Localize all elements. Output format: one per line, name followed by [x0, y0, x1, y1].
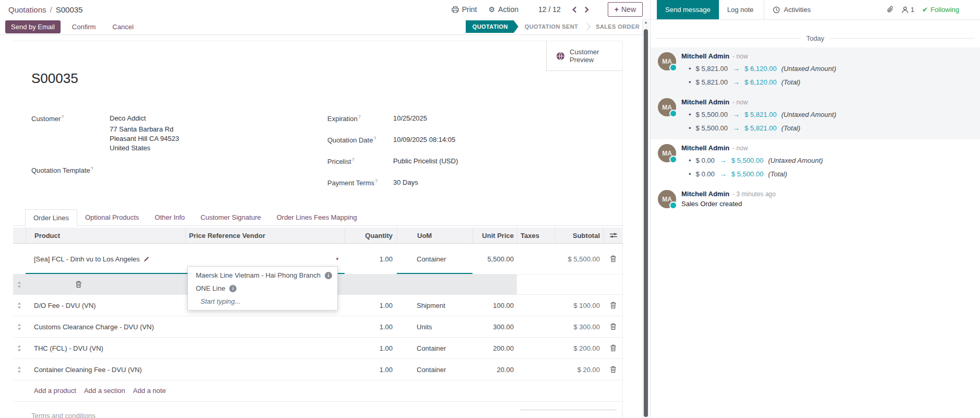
delete-row-button[interactable]: [603, 244, 623, 274]
info-icon[interactable]: i: [325, 272, 332, 279]
field-value[interactable]: 30 Days: [393, 178, 418, 186]
scroll-up-icon[interactable]: ▲: [643, 20, 649, 24]
delete-row-button[interactable]: [603, 359, 623, 380]
product-cell[interactable]: D/O Fee - DVU (VN): [26, 295, 185, 316]
main-scrollbar[interactable]: ▲: [642, 19, 649, 418]
new-value: $ 5,500.00: [731, 169, 763, 179]
followers-button[interactable]: 1: [902, 6, 914, 14]
uom-cell[interactable]: Container: [397, 359, 473, 380]
delete-row-button[interactable]: [75, 281, 82, 288]
pager-previous-button[interactable]: [572, 6, 577, 13]
dropdown-hint[interactable]: Start typing...: [188, 295, 337, 308]
status-step-quotation[interactable]: QUOTATION: [466, 20, 518, 33]
field-row: Pricelist?Public Pricelist (USD): [327, 157, 557, 178]
quantity-cell[interactable]: 1.00: [345, 244, 397, 274]
taxes-cell[interactable]: [517, 338, 554, 359]
send-message-button[interactable]: Send message: [657, 0, 719, 19]
customer-preview-button[interactable]: Customer Preview: [546, 41, 622, 71]
field-value[interactable]: 10/09/2025 08:14:05: [393, 136, 455, 144]
drag-handle[interactable]: [13, 295, 26, 316]
field-value[interactable]: 10/25/2025: [393, 114, 427, 122]
quantity-cell[interactable]: 1.00: [345, 359, 397, 380]
vendor-cell[interactable]: [185, 338, 345, 359]
tab-optional-products[interactable]: Optional Products: [77, 209, 147, 225]
delete-row-button[interactable]: [603, 316, 623, 337]
activities-label: Activities: [784, 6, 810, 14]
chatter-message: MAMitchell Admin- 3 minutes agoSales Ord…: [651, 185, 980, 214]
product-cell[interactable]: THC (FCL) - DVU (VN): [26, 338, 185, 359]
drag-handle[interactable]: [13, 316, 26, 337]
column-header-uom[interactable]: UoM: [397, 228, 473, 243]
message-author[interactable]: Mitchell Admin: [681, 190, 729, 198]
column-header-product[interactable]: Product: [26, 228, 185, 243]
cancel-button[interactable]: Cancel: [107, 20, 138, 33]
field-name: (Total): [768, 169, 787, 179]
column-header-price-reference-vendor[interactable]: Price Reference Vendor: [185, 228, 345, 243]
column-header-unit-price[interactable]: Unit Price: [473, 228, 517, 243]
quantity-cell[interactable]: 1.00: [345, 295, 397, 316]
tab-order-lines[interactable]: Order Lines: [25, 209, 77, 226]
vendor-cell[interactable]: [185, 316, 345, 337]
product-cell[interactable]: Container Cleaning Fee - DVU (VN): [26, 359, 185, 380]
unit-price-cell[interactable]: 300.00: [473, 316, 517, 337]
info-icon[interactable]: i: [229, 285, 237, 292]
edit-pencil-icon[interactable]: [144, 256, 149, 262]
confirm-button[interactable]: Confirm: [67, 20, 101, 33]
tab-other-info[interactable]: Other Info: [147, 209, 193, 225]
following-button[interactable]: ✔ Following: [922, 6, 959, 14]
activities-button[interactable]: Activities: [764, 6, 819, 14]
column-header-subtotal[interactable]: Subtotal: [554, 228, 603, 243]
customer-value[interactable]: Deco Addict: [110, 114, 146, 123]
unit-price-cell[interactable]: 5,500.00: [473, 244, 517, 274]
unit-price-cell[interactable]: 200.00: [473, 338, 517, 359]
add-a-note-link[interactable]: Add a note: [133, 387, 166, 395]
scrollbar-thumb[interactable]: [644, 29, 648, 417]
new-button[interactable]: + New: [608, 2, 643, 17]
delete-row-button[interactable]: [603, 295, 623, 316]
unit-price-cell[interactable]: 20.00: [473, 359, 517, 380]
status-step-quotation-sent[interactable]: QUOTATION SENT: [525, 23, 578, 30]
taxes-cell[interactable]: [517, 359, 554, 380]
breadcrumb-quotations-link[interactable]: Quotations: [8, 5, 46, 14]
tab-order-lines-fees-mapping[interactable]: Order Lines Fees Mapping: [269, 209, 365, 225]
column-header-quantity[interactable]: Quantity: [345, 228, 397, 243]
taxes-cell[interactable]: [517, 295, 554, 316]
delete-row-button[interactable]: [603, 338, 623, 359]
column-header-taxes[interactable]: Taxes: [517, 228, 554, 243]
drag-handle[interactable]: [13, 338, 26, 359]
add-a-section-link[interactable]: Add a section: [84, 387, 125, 395]
log-note-button[interactable]: Log note: [719, 6, 762, 14]
add-a-product-link[interactable]: Add a product: [34, 387, 76, 395]
pager-next-button[interactable]: [584, 6, 589, 13]
print-button[interactable]: Print: [452, 5, 477, 14]
message-author[interactable]: Mitchell Admin: [681, 52, 729, 60]
message-author[interactable]: Mitchell Admin: [681, 144, 729, 152]
paperclip-icon[interactable]: [887, 6, 894, 14]
dropdown-option[interactable]: Maersk Line Vietnam - Hai Phong Branchi: [188, 269, 337, 282]
field-value[interactable]: Public Pricelist (USD): [393, 157, 458, 165]
quantity-cell[interactable]: 1.00: [345, 338, 397, 359]
quantity-cell[interactable]: 1.00: [345, 316, 397, 337]
drag-handle[interactable]: [13, 274, 26, 294]
taxes-cell[interactable]: [517, 316, 554, 337]
tab-customer-signature[interactable]: Customer Signature: [193, 209, 269, 225]
ghost-cell: [554, 274, 603, 294]
dropdown-option[interactable]: ONE Linei: [188, 282, 337, 295]
plus-icon: +: [615, 5, 619, 14]
uom-cell[interactable]: Container: [397, 338, 473, 359]
field-name: (Untaxed Amount): [768, 156, 823, 165]
send-by-email-button[interactable]: Send by Email: [5, 20, 61, 33]
status-step-sales-order[interactable]: SALES ORDER: [596, 23, 640, 30]
uom-cell[interactable]: Units: [397, 316, 473, 337]
optional-columns-icon[interactable]: [603, 228, 623, 243]
unit-price-cell[interactable]: 100.00: [473, 295, 517, 316]
drag-handle[interactable]: [13, 359, 26, 380]
product-cell[interactable]: [Sea] FCL - Dinh vu to Los Angeles: [26, 244, 185, 274]
taxes-cell[interactable]: [517, 244, 554, 274]
vendor-cell[interactable]: [185, 359, 345, 380]
uom-cell[interactable]: Container: [397, 244, 473, 274]
uom-cell[interactable]: Shipment: [397, 295, 473, 316]
message-author[interactable]: Mitchell Admin: [681, 98, 729, 106]
product-cell[interactable]: Customs Clearance Charge - DVU (VN): [26, 316, 185, 337]
action-button[interactable]: ⚙ Action: [488, 5, 518, 14]
